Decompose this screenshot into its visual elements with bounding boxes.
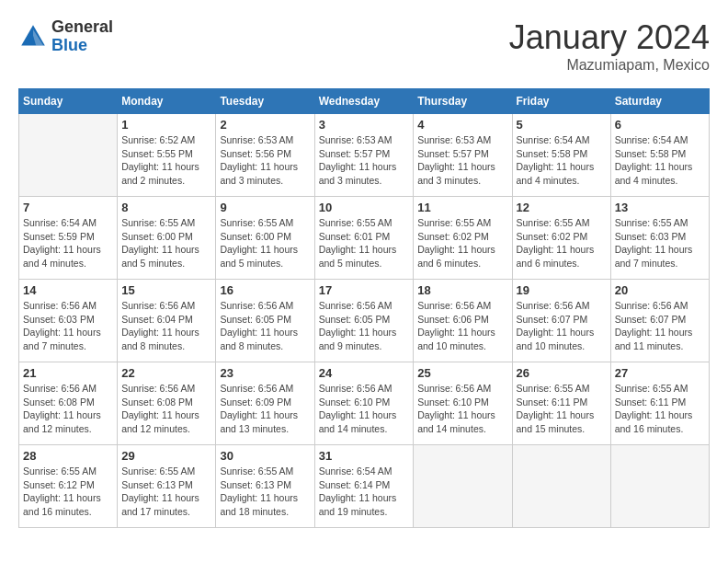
calendar-cell: 9Sunrise: 6:55 AMSunset: 6:00 PMDaylight… bbox=[216, 197, 314, 280]
calendar-header-row: SundayMondayTuesdayWednesdayThursdayFrid… bbox=[19, 89, 710, 114]
day-number: 8 bbox=[121, 201, 211, 214]
day-info: Sunrise: 6:54 AMSunset: 5:59 PMDaylight:… bbox=[23, 216, 113, 270]
calendar-cell: 25Sunrise: 6:56 AMSunset: 6:10 PMDayligh… bbox=[414, 362, 512, 445]
day-info: Sunrise: 6:53 AMSunset: 5:56 PMDaylight:… bbox=[220, 133, 310, 188]
day-info: Sunrise: 6:55 AMSunset: 6:00 PMDaylight:… bbox=[220, 216, 310, 270]
day-info: Sunrise: 6:55 AMSunset: 6:02 PMDaylight:… bbox=[517, 216, 607, 270]
calendar-cell: 1Sunrise: 6:52 AMSunset: 5:55 PMDaylight… bbox=[118, 114, 216, 197]
calendar-cell: 8Sunrise: 6:55 AMSunset: 6:00 PMDaylight… bbox=[118, 197, 216, 280]
day-number: 12 bbox=[517, 201, 607, 214]
calendar-cell: 15Sunrise: 6:56 AMSunset: 6:04 PMDayligh… bbox=[118, 280, 216, 362]
day-number: 22 bbox=[121, 366, 211, 380]
day-info: Sunrise: 6:55 AMSunset: 6:13 PMDaylight:… bbox=[121, 465, 211, 519]
calendar-cell: 20Sunrise: 6:56 AMSunset: 6:07 PMDayligh… bbox=[610, 280, 709, 362]
day-info: Sunrise: 6:52 AMSunset: 5:55 PMDaylight:… bbox=[121, 133, 211, 188]
day-info: Sunrise: 6:56 AMSunset: 6:10 PMDaylight:… bbox=[319, 382, 410, 436]
week-row-2: 7Sunrise: 6:54 AMSunset: 5:59 PMDaylight… bbox=[19, 197, 710, 280]
day-number: 10 bbox=[319, 201, 410, 214]
calendar-cell: 5Sunrise: 6:54 AMSunset: 5:58 PMDaylight… bbox=[512, 114, 610, 197]
day-number: 28 bbox=[23, 449, 113, 463]
calendar-table: SundayMondayTuesdayWednesdayThursdayFrid… bbox=[18, 88, 710, 528]
day-info: Sunrise: 6:56 AMSunset: 6:08 PMDaylight:… bbox=[121, 382, 211, 436]
calendar-cell: 30Sunrise: 6:55 AMSunset: 6:13 PMDayligh… bbox=[216, 445, 314, 528]
month-title: January 2024 bbox=[509, 18, 710, 57]
day-info: Sunrise: 6:55 AMSunset: 6:03 PMDaylight:… bbox=[615, 216, 705, 270]
day-number: 18 bbox=[417, 283, 507, 297]
day-info: Sunrise: 6:55 AMSunset: 6:01 PMDaylight:… bbox=[319, 216, 410, 270]
day-info: Sunrise: 6:56 AMSunset: 6:10 PMDaylight:… bbox=[417, 382, 507, 436]
day-info: Sunrise: 6:56 AMSunset: 6:04 PMDaylight:… bbox=[121, 299, 211, 353]
day-number: 2 bbox=[220, 118, 310, 132]
day-info: Sunrise: 6:54 AMSunset: 5:58 PMDaylight:… bbox=[615, 133, 705, 188]
day-number: 7 bbox=[23, 201, 113, 214]
calendar-cell: 29Sunrise: 6:55 AMSunset: 6:13 PMDayligh… bbox=[118, 445, 216, 528]
day-number: 24 bbox=[319, 366, 410, 380]
day-info: Sunrise: 6:54 AMSunset: 6:14 PMDaylight:… bbox=[319, 465, 410, 519]
day-info: Sunrise: 6:56 AMSunset: 6:07 PMDaylight:… bbox=[517, 299, 607, 353]
day-number: 15 bbox=[121, 283, 211, 297]
day-info: Sunrise: 6:55 AMSunset: 6:11 PMDaylight:… bbox=[517, 382, 607, 436]
day-number: 27 bbox=[615, 366, 705, 380]
day-number: 17 bbox=[319, 283, 410, 297]
location: Mazumiapam, Mexico bbox=[509, 57, 710, 74]
calendar-cell: 13Sunrise: 6:55 AMSunset: 6:03 PMDayligh… bbox=[610, 197, 709, 280]
day-number: 4 bbox=[417, 118, 507, 132]
calendar-cell: 26Sunrise: 6:55 AMSunset: 6:11 PMDayligh… bbox=[512, 362, 610, 445]
calendar-cell: 18Sunrise: 6:56 AMSunset: 6:06 PMDayligh… bbox=[414, 280, 512, 362]
day-info: Sunrise: 6:55 AMSunset: 6:13 PMDaylight:… bbox=[220, 465, 310, 519]
day-info: Sunrise: 6:56 AMSunset: 6:05 PMDaylight:… bbox=[220, 299, 310, 353]
calendar-header-wednesday: Wednesday bbox=[314, 89, 414, 114]
day-number: 6 bbox=[615, 118, 705, 132]
calendar-header-sunday: Sunday bbox=[19, 89, 118, 114]
calendar-cell: 10Sunrise: 6:55 AMSunset: 6:01 PMDayligh… bbox=[314, 197, 414, 280]
day-info: Sunrise: 6:55 AMSunset: 6:12 PMDaylight:… bbox=[23, 465, 113, 519]
calendar-header-tuesday: Tuesday bbox=[216, 89, 314, 114]
calendar-cell bbox=[19, 114, 118, 197]
page-header: General Blue January 2024 Mazumiapam, Me… bbox=[18, 18, 710, 74]
calendar-cell: 14Sunrise: 6:56 AMSunset: 6:03 PMDayligh… bbox=[19, 280, 118, 362]
title-block: January 2024 Mazumiapam, Mexico bbox=[509, 18, 710, 74]
day-number: 19 bbox=[517, 283, 607, 297]
day-info: Sunrise: 6:55 AMSunset: 6:00 PMDaylight:… bbox=[121, 216, 211, 270]
day-number: 26 bbox=[517, 366, 607, 380]
calendar-cell: 6Sunrise: 6:54 AMSunset: 5:58 PMDaylight… bbox=[610, 114, 709, 197]
calendar-cell: 11Sunrise: 6:55 AMSunset: 6:02 PMDayligh… bbox=[414, 197, 512, 280]
logo-blue-text: Blue bbox=[51, 37, 113, 55]
week-row-3: 14Sunrise: 6:56 AMSunset: 6:03 PMDayligh… bbox=[19, 280, 710, 362]
logo: General Blue bbox=[18, 18, 113, 55]
calendar-header-friday: Friday bbox=[512, 89, 610, 114]
calendar-cell: 4Sunrise: 6:53 AMSunset: 5:57 PMDaylight… bbox=[414, 114, 512, 197]
calendar-header-monday: Monday bbox=[118, 89, 216, 114]
calendar-cell: 31Sunrise: 6:54 AMSunset: 6:14 PMDayligh… bbox=[314, 445, 414, 528]
day-number: 16 bbox=[220, 283, 310, 297]
day-info: Sunrise: 6:56 AMSunset: 6:05 PMDaylight:… bbox=[319, 299, 410, 353]
week-row-1: 1Sunrise: 6:52 AMSunset: 5:55 PMDaylight… bbox=[19, 114, 710, 197]
day-number: 5 bbox=[517, 118, 607, 132]
calendar-cell: 27Sunrise: 6:55 AMSunset: 6:11 PMDayligh… bbox=[610, 362, 709, 445]
day-number: 9 bbox=[220, 201, 310, 214]
calendar-cell: 23Sunrise: 6:56 AMSunset: 6:09 PMDayligh… bbox=[216, 362, 314, 445]
calendar-cell: 19Sunrise: 6:56 AMSunset: 6:07 PMDayligh… bbox=[512, 280, 610, 362]
calendar-cell: 12Sunrise: 6:55 AMSunset: 6:02 PMDayligh… bbox=[512, 197, 610, 280]
day-info: Sunrise: 6:55 AMSunset: 6:11 PMDaylight:… bbox=[615, 382, 705, 436]
day-number: 3 bbox=[319, 118, 410, 132]
day-number: 31 bbox=[319, 449, 410, 463]
calendar-header-thursday: Thursday bbox=[414, 89, 512, 114]
calendar-cell: 22Sunrise: 6:56 AMSunset: 6:08 PMDayligh… bbox=[118, 362, 216, 445]
calendar-cell: 2Sunrise: 6:53 AMSunset: 5:56 PMDaylight… bbox=[216, 114, 314, 197]
day-number: 25 bbox=[417, 366, 507, 380]
calendar-cell: 28Sunrise: 6:55 AMSunset: 6:12 PMDayligh… bbox=[19, 445, 118, 528]
day-number: 23 bbox=[220, 366, 310, 380]
logo-text: General Blue bbox=[51, 18, 113, 55]
calendar-header-saturday: Saturday bbox=[610, 89, 709, 114]
day-info: Sunrise: 6:56 AMSunset: 6:08 PMDaylight:… bbox=[23, 382, 113, 436]
day-info: Sunrise: 6:55 AMSunset: 6:02 PMDaylight:… bbox=[417, 216, 507, 270]
day-info: Sunrise: 6:56 AMSunset: 6:09 PMDaylight:… bbox=[220, 382, 310, 436]
day-info: Sunrise: 6:54 AMSunset: 5:58 PMDaylight:… bbox=[517, 133, 607, 188]
calendar-cell: 3Sunrise: 6:53 AMSunset: 5:57 PMDaylight… bbox=[314, 114, 414, 197]
day-info: Sunrise: 6:53 AMSunset: 5:57 PMDaylight:… bbox=[417, 133, 507, 188]
day-info: Sunrise: 6:56 AMSunset: 6:06 PMDaylight:… bbox=[417, 299, 507, 353]
calendar-cell: 21Sunrise: 6:56 AMSunset: 6:08 PMDayligh… bbox=[19, 362, 118, 445]
day-number: 13 bbox=[615, 201, 705, 214]
day-number: 11 bbox=[417, 201, 507, 214]
